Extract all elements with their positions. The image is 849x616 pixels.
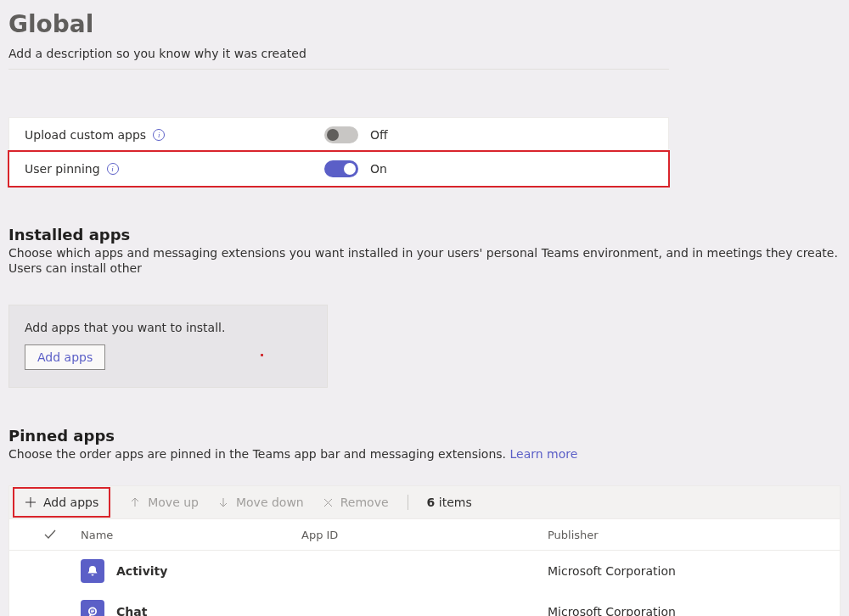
pinned-apps-subtext: Choose the order apps are pinned in the … <box>8 446 841 462</box>
toolbar-separator <box>408 495 408 510</box>
add-installed-apps-button[interactable]: Add apps <box>25 344 105 370</box>
user-pinning-toggle[interactable] <box>324 160 358 177</box>
col-app-id[interactable]: App ID <box>301 529 548 541</box>
activity-app-icon <box>81 559 104 583</box>
pinned-apps-table: Name App ID Publisher Activity Microsoft… <box>8 519 841 616</box>
installed-apps-heading: Installed apps <box>8 226 841 244</box>
installed-apps-subtext: Choose which apps and messaging extensio… <box>8 245 841 276</box>
move-down-label: Move down <box>236 496 304 509</box>
arrow-down-icon <box>217 496 229 508</box>
select-all-column[interactable] <box>20 528 81 541</box>
installed-apps-empty-box: Add apps that you want to install. Add a… <box>8 305 328 388</box>
app-name: Activity <box>116 564 167 578</box>
user-pinning-label: User pinning <box>25 162 100 176</box>
info-icon[interactable]: i <box>107 163 119 175</box>
installed-apps-empty-msg: Add apps that you want to install. <box>25 321 312 334</box>
pinned-apps-toolbar: Add apps Move up Move down Remove 6 item… <box>8 485 841 519</box>
close-icon <box>323 497 334 508</box>
app-name: Chat <box>116 605 147 616</box>
col-name[interactable]: Name <box>81 529 301 541</box>
pinned-apps-heading: Pinned apps <box>8 427 841 445</box>
page-title: Global <box>8 10 841 38</box>
upload-custom-apps-state: Off <box>370 128 388 142</box>
remove-label: Remove <box>340 496 389 509</box>
info-icon[interactable]: i <box>153 129 165 141</box>
publisher-cell: Microsoft Corporation <box>548 605 840 616</box>
plus-icon <box>25 496 37 508</box>
checkmark-icon <box>43 528 57 541</box>
move-down-button: Move down <box>217 496 304 509</box>
item-count-suffix: items <box>435 496 471 509</box>
col-publisher[interactable]: Publisher <box>548 529 840 541</box>
table-row[interactable]: Chat Microsoft Corporation <box>9 591 840 616</box>
move-up-button: Move up <box>129 496 199 509</box>
item-count-number: 6 <box>427 496 436 509</box>
item-count: 6 items <box>427 496 472 509</box>
red-dot-icon <box>261 354 263 356</box>
upload-custom-apps-label: Upload custom apps <box>25 128 146 142</box>
chat-app-icon <box>81 600 104 616</box>
toggle-row-upload-custom-apps: Upload custom apps i Off <box>9 118 668 152</box>
user-pinning-state: On <box>370 162 387 176</box>
toggle-row-user-pinning: User pinning i On <box>9 152 668 186</box>
publisher-cell: Microsoft Corporation <box>548 564 840 578</box>
move-up-label: Move up <box>148 496 199 509</box>
highlight-user-pinning: User pinning i On <box>8 150 670 188</box>
add-pinned-apps-label: Add apps <box>43 496 98 509</box>
add-pinned-apps-button[interactable]: Add apps <box>13 487 110 518</box>
remove-button: Remove <box>323 496 389 509</box>
settings-toggle-card: Upload custom apps i Off User pinning i … <box>8 117 669 187</box>
table-row[interactable]: Activity Microsoft Corporation <box>9 551 840 591</box>
page-description[interactable]: Add a description so you know why it was… <box>8 47 669 70</box>
upload-custom-apps-toggle[interactable] <box>324 126 358 143</box>
table-header: Name App ID Publisher <box>9 519 840 551</box>
arrow-up-icon <box>129 496 141 508</box>
pinned-apps-subtext-text: Choose the order apps are pinned in the … <box>8 447 510 461</box>
learn-more-link[interactable]: Learn more <box>510 447 578 461</box>
